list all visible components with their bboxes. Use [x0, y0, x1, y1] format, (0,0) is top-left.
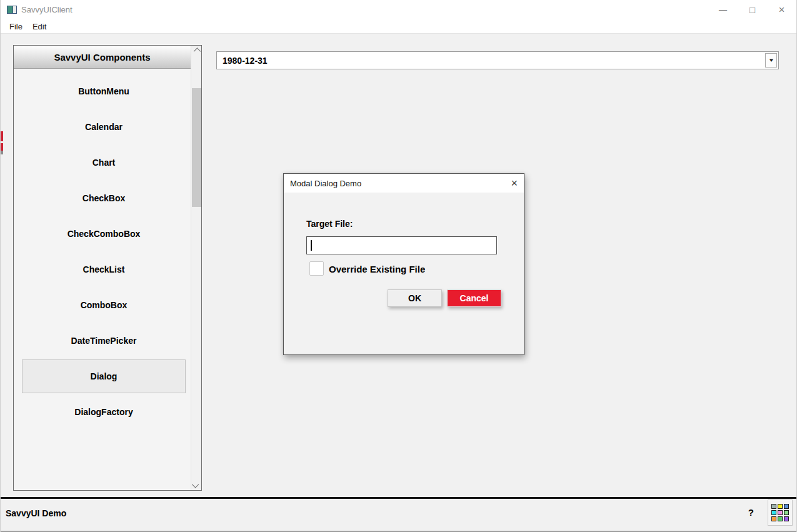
date-combobox[interactable]: 1980-12-31 ▼	[216, 51, 779, 69]
sidebar-item-label: Dialog	[91, 371, 118, 381]
maximize-button[interactable]: □	[738, 0, 767, 19]
sidebar-item-label: CheckList	[83, 264, 125, 274]
app-icon	[7, 6, 17, 14]
cancel-button[interactable]: Cancel	[447, 289, 501, 307]
content-top-edge	[1, 33, 796, 34]
left-edge-gray-artifact	[1, 151, 3, 154]
sidebar-item-dialogfactory[interactable]: DialogFactory	[22, 395, 186, 429]
sidebar-item-label: ButtonMenu	[78, 86, 129, 96]
grid-cell	[771, 516, 776, 521]
sidebar-item-checkbox[interactable]: CheckBox	[22, 181, 186, 215]
component-list-scrollbar[interactable]	[191, 46, 201, 490]
date-combobox-value: 1980-12-31	[217, 56, 268, 66]
sidebar-item-dialog[interactable]: Dialog	[22, 359, 186, 393]
menu-edit[interactable]: Edit	[29, 21, 50, 33]
sidebar-item-combobox[interactable]: ComboBox	[22, 288, 186, 322]
minimize-button[interactable]: —	[708, 0, 738, 19]
component-list-panel: SavvyUI Components ButtonMenuCalendarCha…	[13, 45, 202, 491]
sidebar-item-label: CheckBox	[83, 193, 125, 203]
scroll-down-button[interactable]	[191, 479, 201, 490]
sidebar-item-label: CheckComboBox	[68, 229, 141, 239]
help-icon[interactable]: ?	[748, 507, 754, 518]
sidebar-item-checklist[interactable]: CheckList	[22, 253, 186, 286]
close-button[interactable]: ×	[767, 0, 796, 19]
override-checkbox[interactable]	[309, 261, 324, 276]
override-checkbox-label: Override Existing File	[329, 264, 425, 274]
grid-cell	[778, 516, 783, 521]
modal-titlebar[interactable]: Modal Dialog Demo ×	[284, 174, 524, 193]
target-file-input[interactable]	[306, 236, 497, 254]
target-file-label: Target File:	[306, 219, 353, 229]
app-icon-right	[13, 6, 16, 13]
status-text: SavvyUI Demo	[6, 508, 66, 518]
statusbar: SavvyUI Demo ?	[1, 499, 796, 532]
component-list-header: SavvyUI Components	[14, 46, 191, 69]
window-title: SavvyUIClient	[21, 5, 73, 14]
modal-title: Modal Dialog Demo	[290, 179, 361, 188]
titlebar: SavvyUIClient — □ ×	[1, 0, 796, 19]
sidebar-item-label: ComboBox	[81, 300, 128, 310]
text-caret	[311, 240, 312, 251]
sidebar-item-calendar[interactable]: Calendar	[22, 110, 186, 144]
sidebar-item-chart[interactable]: Chart	[22, 146, 186, 179]
menubar: File Edit	[1, 19, 796, 33]
window-controls: — □ ×	[708, 0, 796, 19]
chevron-down-icon	[192, 481, 199, 488]
scroll-up-button[interactable]	[191, 46, 201, 57]
grid-cell	[784, 504, 789, 509]
sidebar-item-buttonmenu[interactable]: ButtonMenu	[22, 74, 186, 108]
left-edge-red-artifact	[1, 143, 3, 151]
grid-cell	[778, 504, 783, 509]
sidebar-item-label: DateTimePicker	[71, 336, 137, 346]
sidebar-item-label: DialogFactory	[74, 407, 133, 417]
menu-file[interactable]: File	[6, 21, 26, 33]
left-edge-red-artifact	[1, 131, 3, 141]
component-list: ButtonMenuCalendarChartCheckBoxCheckComb…	[14, 69, 191, 490]
grid-cell	[771, 504, 776, 509]
grid-cell	[771, 510, 776, 515]
grid-cell	[778, 510, 783, 515]
grid-cell	[784, 516, 789, 521]
modal-close-icon[interactable]: ×	[511, 178, 518, 189]
modal-dialog: Modal Dialog Demo × Target File: Overrid…	[283, 173, 524, 355]
chevron-up-icon	[194, 48, 201, 54]
scrollbar-thumb[interactable]	[192, 88, 201, 207]
dropdown-arrow-icon: ▼	[768, 58, 774, 63]
grid-cell	[784, 510, 789, 515]
app-icon-left	[8, 6, 13, 13]
date-combobox-arrow-button[interactable]: ▼	[765, 53, 777, 68]
sidebar-item-datetimepicker[interactable]: DateTimePicker	[22, 324, 186, 358]
sidebar-item-checkcombobox[interactable]: CheckComboBox	[22, 217, 186, 251]
grid-button[interactable]	[768, 499, 793, 526]
sidebar-item-label: Chart	[93, 158, 116, 168]
color-grid-icon	[771, 504, 789, 521]
ok-button[interactable]: OK	[388, 289, 442, 307]
sidebar-item-label: Calendar	[85, 122, 123, 132]
